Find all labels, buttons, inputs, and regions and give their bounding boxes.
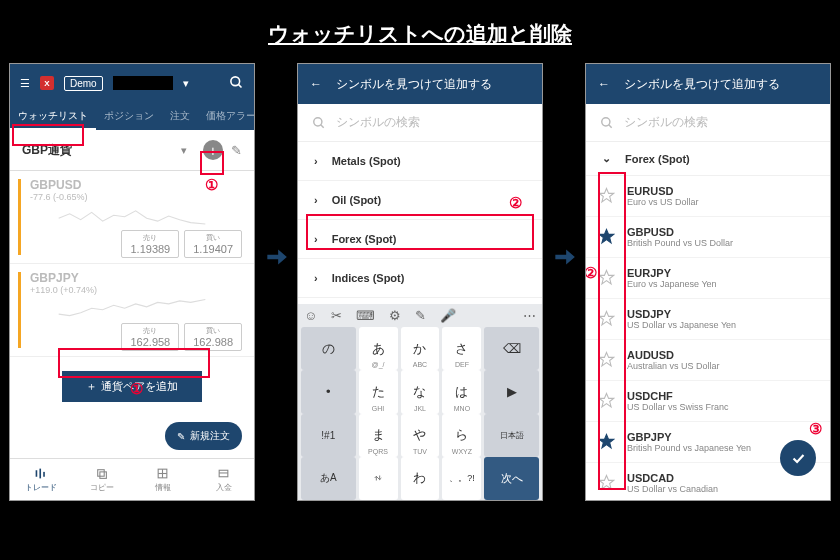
backspace-key[interactable]: ⌫ (484, 327, 539, 370)
symbol-name: USDCAD (627, 472, 718, 484)
new-order-button[interactable]: ✎新規注文 (165, 422, 242, 450)
edit-icon[interactable]: ✎ (231, 143, 242, 158)
key[interactable] (359, 457, 398, 500)
key[interactable]: 、。?! (442, 457, 481, 500)
kb-icon[interactable]: ⌨ (356, 308, 375, 323)
screen-title: シンボルを見つけて追加する (336, 76, 492, 93)
symbol-desc: Euro vs US Dollar (627, 197, 699, 207)
key[interactable]: さDEF (442, 327, 481, 370)
svg-rect-5 (98, 469, 105, 476)
keyboard: ☺ ✂ ⌨ ⚙ ✎ 🎤 ⋯ の あ@_/ かABC さDEF ⌫ • たGHI … (298, 304, 542, 500)
svg-rect-3 (39, 468, 41, 478)
kb-icon[interactable]: ✎ (415, 308, 426, 323)
demo-badge: Demo (64, 76, 103, 91)
search-icon[interactable] (229, 75, 244, 92)
key-lang[interactable]: 日本語 (484, 414, 539, 457)
kb-icon[interactable]: ⚙ (389, 308, 401, 323)
nav-info[interactable]: 情報 (132, 459, 193, 500)
bottom-nav: トレード コピー 情報 入金 (10, 458, 254, 500)
symbol-desc: US Dollar vs Japanese Yen (627, 320, 736, 330)
key[interactable]: の (301, 327, 356, 370)
search-bar[interactable]: シンボルの検索 (298, 104, 542, 142)
search-icon (600, 116, 614, 130)
category-indices[interactable]: ›Indices (Spot) (298, 259, 542, 298)
key[interactable]: あ@_/ (359, 327, 398, 370)
back-icon[interactable]: ← (310, 77, 322, 91)
key[interactable]: わ (401, 457, 440, 500)
dropdown-icon[interactable]: ▾ (183, 77, 189, 90)
screen-title: シンボルを見つけて追加する (624, 76, 780, 93)
svg-line-1 (238, 84, 241, 87)
app-logo: X (40, 76, 54, 90)
symbol-desc: Australian vs US Dollar (627, 361, 720, 371)
account-name[interactable] (113, 76, 173, 90)
nav-trade[interactable]: トレード (10, 459, 71, 500)
chevron-right-icon: › (314, 272, 318, 284)
nav-copy[interactable]: コピー (71, 459, 132, 500)
clip-icon[interactable]: ✂ (331, 308, 342, 323)
key[interactable]: やTUV (401, 414, 440, 457)
search-bar[interactable]: シンボルの検索 (586, 104, 830, 142)
key-sym[interactable]: !#1 (301, 414, 356, 457)
sell-button[interactable]: 売り1.19389 (121, 230, 179, 258)
symbol-name: AUDUSD (627, 349, 720, 361)
svg-rect-4 (43, 471, 45, 476)
symbol-desc: Euro vs Japanese Yen (627, 279, 717, 289)
check-icon (790, 450, 807, 467)
mic-icon[interactable]: 🎤 (440, 308, 456, 323)
key[interactable]: らWXYZ (442, 414, 481, 457)
key[interactable]: かABC (401, 327, 440, 370)
key[interactable]: まPQRS (359, 414, 398, 457)
screen-header: ← シンボルを見つけて追加する (298, 64, 542, 104)
nav-deposit[interactable]: 入金 (193, 459, 254, 500)
key-next[interactable]: ▶ (484, 370, 539, 413)
search-placeholder: シンボルの検索 (336, 114, 420, 131)
pair-change: +119.0 (+0.74%) (30, 285, 242, 295)
symbol-desc: British Pound vs Japanese Yen (627, 443, 751, 453)
pair-row[interactable]: GBPJPY +119.0 (+0.74%) 売り162.958 買い162.9… (10, 264, 254, 357)
page-title: ウォッチリストへの追加と削除 (0, 0, 840, 48)
key-enter[interactable]: 次へ (484, 457, 539, 500)
key[interactable]: はMNO (442, 370, 481, 413)
tab-position[interactable]: ポジション (96, 102, 162, 130)
svg-line-15 (609, 124, 612, 127)
key[interactable]: たGHI (359, 370, 398, 413)
tab-alerts[interactable]: 価格アラート2 (198, 102, 254, 130)
svg-rect-6 (100, 471, 107, 478)
category-metals[interactable]: ›Metals (Spot) (298, 142, 542, 181)
buy-button[interactable]: 買い162.988 (184, 323, 242, 351)
symbol-desc: US Dollar vs Swiss Franc (627, 402, 729, 412)
symbol-name: USDCHF (627, 390, 729, 402)
back-icon[interactable]: ← (598, 77, 610, 91)
svg-point-0 (231, 76, 240, 85)
symbol-desc: British Pound vs US Dollar (627, 238, 733, 248)
phone-categories: ← シンボルを見つけて追加する シンボルの検索 ›Metals (Spot) ›… (297, 63, 543, 501)
sparkline-chart (22, 205, 242, 227)
search-icon (312, 116, 326, 130)
menu-icon[interactable]: ☰ (20, 77, 30, 90)
chevron-down-icon: ▾ (181, 144, 187, 157)
arrow-right-icon (551, 244, 577, 270)
chevron-down-icon: ⌄ (602, 152, 611, 165)
more-icon[interactable]: ⋯ (523, 308, 536, 323)
svg-point-12 (314, 117, 322, 125)
symbol-name: GBPJPY (627, 431, 751, 443)
emoji-icon[interactable]: ☺ (304, 308, 317, 323)
symbol-name: USDJPY (627, 308, 736, 320)
confirm-button[interactable] (780, 440, 816, 476)
buy-button[interactable]: 買い1.19407 (184, 230, 242, 258)
chevron-right-icon: › (314, 155, 318, 167)
group-header[interactable]: ⌄Forex (Spot) (586, 142, 830, 176)
svg-line-13 (321, 124, 324, 127)
tab-orders[interactable]: 注文 (162, 102, 198, 130)
arrow-right-icon (263, 244, 289, 270)
svg-point-14 (602, 117, 610, 125)
phone-watchlist: ☰ X Demo ▾ ウォッチリスト ポジション 注文 価格アラート2 履歴 G… (9, 63, 255, 501)
sell-button[interactable]: 売り162.958 (121, 323, 179, 351)
sparkline-chart (22, 298, 242, 320)
search-placeholder: シンボルの検索 (624, 114, 708, 131)
key[interactable]: • (301, 370, 356, 413)
pair-symbol: GBPJPY (30, 271, 242, 285)
key[interactable]: なJKL (401, 370, 440, 413)
key-mode[interactable]: あA (301, 457, 356, 500)
